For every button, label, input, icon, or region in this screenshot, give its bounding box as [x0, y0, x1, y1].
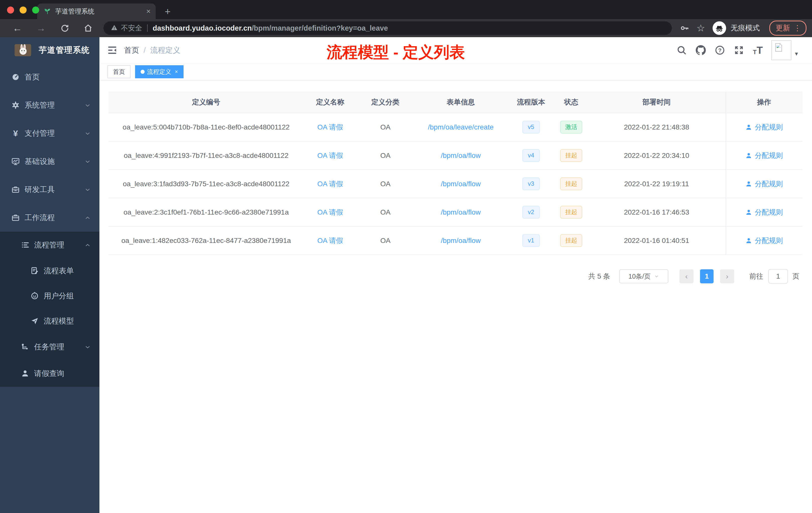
assign-user-icon [745, 124, 752, 131]
action-cell[interactable]: 分配规则 [726, 179, 803, 189]
sidebar-item-process-model[interactable]: 流程模型 [0, 308, 99, 334]
new-tab-button[interactable]: + [165, 6, 171, 17]
window-minimize-button[interactable] [20, 6, 27, 13]
status-cell: 激活 [555, 121, 587, 133]
form-info-cell[interactable]: /bpm/oa/leave/create [414, 123, 507, 131]
assign-rule-link[interactable]: 分配规则 [745, 236, 783, 245]
definition-name-link[interactable]: OA 请假 [317, 179, 343, 189]
browser-tab[interactable]: 芋道管理系统 × [37, 3, 156, 19]
goto-page-input[interactable] [768, 269, 788, 283]
form-info-cell[interactable]: /bpm/oa/flow [414, 180, 507, 188]
form-info-link[interactable]: /bpm/oa/leave/create [428, 123, 494, 131]
deploy-time-cell: 2022-01-22 21:48:38 [587, 123, 726, 131]
tag-inactive[interactable]: 首页 [108, 65, 130, 78]
next-page-button[interactable]: › [720, 269, 734, 283]
definition-name-link[interactable]: OA 请假 [317, 208, 343, 217]
tag-close-icon[interactable]: × [175, 68, 178, 75]
breadcrumb-current: 流程定义 [150, 45, 180, 56]
browser-update-button[interactable]: 更新 ⋮ [769, 21, 807, 36]
sidebar-item-home[interactable]: 首页 [0, 63, 99, 91]
sidebar-item-process-management[interactable]: 流程管理 [0, 232, 99, 258]
window-controls [7, 6, 39, 13]
form-info-link[interactable]: /bpm/oa/flow [441, 237, 481, 245]
column-header: 操作 [726, 97, 803, 107]
page-size-select[interactable]: 10条/页 [619, 269, 668, 283]
page-content: 定义编号定义名称定义分类表单信息流程版本状态部署时间操作 oa_leave:5:… [99, 81, 812, 513]
breadcrumb-home[interactable]: 首页 [124, 45, 139, 56]
definition-name-link[interactable]: OA 请假 [317, 151, 343, 160]
sidebar-item-leave-query[interactable]: 请假查询 [0, 360, 99, 387]
sidebar-item-system-management[interactable]: 系统管理 [0, 91, 99, 119]
sidebar-item-process-form[interactable]: 流程表单 [0, 258, 99, 283]
window-zoom-button[interactable] [32, 6, 39, 13]
action-cell[interactable]: 分配规则 [726, 208, 803, 217]
app-title: 芋道管理系统 [39, 45, 90, 56]
sidebar-item-dev-tools[interactable]: 研发工具 [0, 175, 99, 204]
definition-name-cell[interactable]: OA 请假 [304, 179, 356, 189]
home-button[interactable] [76, 24, 100, 33]
tab-close-icon[interactable]: × [146, 7, 151, 16]
forward-button[interactable]: → [29, 23, 53, 33]
column-header: 流程版本 [507, 97, 555, 107]
sidebar: 芋道管理系统 首页系统管理¥支付管理基础设施研发工具工作流程流程管理流程表单用户… [0, 37, 99, 513]
sidebar-item-payment-management[interactable]: ¥支付管理 [0, 119, 99, 147]
table-row: oa_leave:4:991f2193-7b7f-11ec-a3c8-acde4… [109, 142, 803, 170]
sidebar-fold-icon[interactable] [107, 45, 117, 56]
form-info-cell[interactable]: /bpm/oa/flow [414, 152, 507, 160]
sidebar-item-user-group[interactable]: 用户分组 [0, 283, 99, 308]
status-cell: 挂起 [555, 234, 587, 247]
form-info-link[interactable]: /bpm/oa/flow [441, 208, 481, 216]
font-size-icon[interactable]: TT [753, 45, 763, 55]
avatar-broken-image[interactable] [771, 40, 791, 60]
password-key-icon[interactable] [680, 23, 690, 33]
definition-name-link[interactable]: OA 请假 [317, 236, 343, 245]
status-cell: 挂起 [555, 206, 587, 218]
status-badge: 挂起 [560, 206, 582, 218]
assign-rule-link[interactable]: 分配规则 [745, 122, 783, 132]
form-info-link[interactable]: /bpm/oa/flow [441, 180, 481, 188]
back-button[interactable]: ← [5, 23, 29, 33]
sidebar-item-infrastructure[interactable]: 基础设施 [0, 147, 99, 175]
form-info-cell[interactable]: /bpm/oa/flow [414, 237, 507, 245]
search-icon[interactable] [677, 45, 687, 55]
action-cell[interactable]: 分配规则 [726, 151, 803, 160]
column-header: 状态 [555, 97, 587, 107]
status-cell: 挂起 [555, 149, 587, 162]
assign-rule-link[interactable]: 分配规则 [745, 151, 783, 160]
reload-button[interactable] [53, 24, 76, 33]
sidebar-item-label: 支付管理 [25, 128, 55, 139]
form-info-cell[interactable]: /bpm/oa/flow [414, 208, 507, 216]
chevron-down-icon [84, 158, 91, 164]
assign-rule-link[interactable]: 分配规则 [745, 179, 783, 189]
sidebar-item-label: 流程表单 [44, 266, 74, 276]
action-cell[interactable]: 分配规则 [726, 236, 803, 245]
prev-page-button[interactable]: ‹ [679, 269, 694, 283]
tag-active[interactable]: 流程定义× [135, 65, 183, 78]
url-bar[interactable]: 不安全 dashboard.yudao.iocoder.cn/bpm/manag… [104, 21, 672, 35]
assign-rule-link[interactable]: 分配规则 [745, 208, 783, 217]
definition-name-cell[interactable]: OA 请假 [304, 122, 356, 132]
fullscreen-icon[interactable] [734, 45, 744, 55]
version-badge: v5 [522, 121, 540, 133]
sidebar-logo[interactable]: 芋道管理系统 [0, 37, 99, 63]
security-label[interactable]: 不安全 [121, 23, 142, 33]
window-close-button[interactable] [7, 6, 14, 13]
status-badge: 挂起 [560, 234, 582, 247]
sidebar-item-task-management[interactable]: 任务管理 [0, 334, 99, 360]
definition-name-cell[interactable]: OA 请假 [304, 151, 356, 160]
definition-name-cell[interactable]: OA 请假 [304, 208, 356, 217]
status-badge: 挂起 [560, 177, 582, 190]
avatar-caret-icon[interactable]: ▾ [795, 50, 798, 57]
form-info-link[interactable]: /bpm/oa/flow [441, 152, 481, 160]
action-cell[interactable]: 分配规则 [726, 122, 803, 132]
bookmark-star-icon[interactable]: ☆ [696, 23, 705, 34]
definition-name-cell[interactable]: OA 请假 [304, 236, 356, 245]
definition-name-link[interactable]: OA 请假 [317, 122, 343, 132]
github-icon[interactable] [696, 45, 706, 55]
sidebar-item-workflow[interactable]: 工作流程 [0, 204, 99, 232]
help-icon[interactable]: ? [715, 45, 725, 55]
browser-menu-dots-icon[interactable]: ⋮ [794, 24, 801, 32]
column-header: 表单信息 [414, 97, 507, 107]
sidebar-item-label: 流程模型 [44, 316, 74, 326]
page-1-button[interactable]: 1 [700, 269, 714, 283]
